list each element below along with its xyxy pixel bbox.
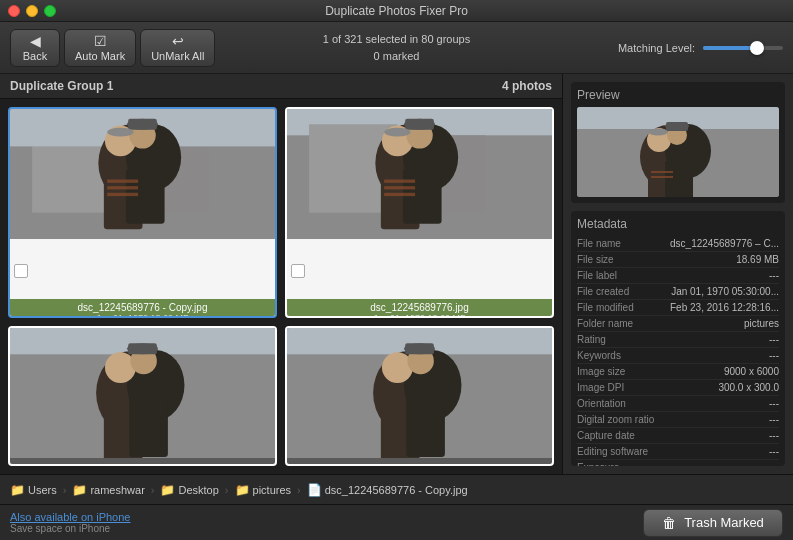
metadata-row: Digital zoom ratio--- bbox=[577, 412, 779, 428]
matching-slider[interactable] bbox=[750, 41, 764, 55]
svg-rect-45 bbox=[129, 396, 168, 457]
close-button[interactable] bbox=[8, 5, 20, 17]
photo-meta-2: Jan 01, 1970 18.69 MB bbox=[293, 313, 546, 318]
back-button[interactable]: ◀ Back bbox=[10, 29, 60, 67]
breadcrumb-sep-3: › bbox=[225, 484, 229, 496]
traffic-lights bbox=[8, 5, 56, 17]
folder-icon-pictures: 📁 bbox=[235, 483, 250, 497]
metadata-row: File namedsc_12245689776 – C... bbox=[577, 236, 779, 252]
photo-label-4 bbox=[287, 458, 552, 464]
metadata-section: Metadata File namedsc_12245689776 – C...… bbox=[571, 211, 785, 466]
maximize-button[interactable] bbox=[44, 5, 56, 17]
preview-image bbox=[577, 107, 779, 197]
meta-key: File label bbox=[577, 270, 667, 281]
svg-rect-70 bbox=[651, 176, 673, 178]
trash-icon: 🗑 bbox=[662, 515, 676, 531]
folder-icon-rameshwar: 📁 bbox=[72, 483, 87, 497]
photo-label-1: dsc_12245689776 - Copy.jpg Jan 01, 1970 … bbox=[10, 299, 275, 318]
save-space-text: Save space on iPhone bbox=[10, 523, 130, 534]
metadata-row: Orientation--- bbox=[577, 396, 779, 412]
meta-key: File size bbox=[577, 254, 667, 265]
toolbar-left: ◀ Back ☑ Auto Mark ↩ UnMark All bbox=[10, 29, 215, 67]
breadcrumb-pictures: 📁 pictures bbox=[235, 483, 292, 497]
checkbox-1[interactable] bbox=[14, 264, 28, 278]
meta-key: Rating bbox=[577, 334, 667, 345]
meta-key: Keywords bbox=[577, 350, 667, 361]
back-icon: ◀ bbox=[30, 33, 41, 49]
matching-slider-track bbox=[703, 46, 783, 50]
white-area-2 bbox=[287, 239, 552, 299]
svg-rect-34 bbox=[384, 193, 415, 196]
meta-value: --- bbox=[667, 430, 779, 441]
metadata-table: File namedsc_12245689776 – C...File size… bbox=[577, 236, 779, 466]
unmark-all-button[interactable]: ↩ UnMark All bbox=[140, 29, 215, 67]
bottom-bar: Also available on iPhone Save space on i… bbox=[0, 504, 793, 540]
matching-level: Matching Level: bbox=[618, 42, 783, 54]
metadata-title: Metadata bbox=[577, 217, 779, 231]
breadcrumb-label-pictures: pictures bbox=[253, 484, 292, 496]
breadcrumb-label-rameshwar: rameshwar bbox=[90, 484, 144, 496]
metadata-row: Folder namepictures bbox=[577, 316, 779, 332]
preview-title: Preview bbox=[577, 88, 779, 102]
meta-value: --- bbox=[667, 334, 779, 345]
svg-rect-33 bbox=[384, 186, 415, 189]
metadata-row: File createdJan 01, 1970 05:30:00... bbox=[577, 284, 779, 300]
photo-card-1[interactable]: dsc_12245689776 - Copy.jpg Jan 01, 1970 … bbox=[8, 107, 277, 318]
svg-rect-54 bbox=[405, 343, 434, 354]
photo-card-4[interactable] bbox=[285, 326, 554, 466]
metadata-row: File label--- bbox=[577, 268, 779, 284]
meta-key: Editing software bbox=[577, 446, 667, 457]
svg-rect-17 bbox=[107, 193, 138, 196]
svg-rect-15 bbox=[107, 180, 138, 183]
folder-icon-desktop: 📁 bbox=[160, 483, 175, 497]
photo-image-4 bbox=[287, 328, 552, 458]
meta-value: dsc_12245689776 – C... bbox=[667, 238, 779, 249]
photo-grid: dsc_12245689776 - Copy.jpg Jan 01, 1970 … bbox=[0, 99, 562, 474]
left-panel: Duplicate Group 1 4 photos bbox=[0, 74, 563, 474]
meta-key: File created bbox=[577, 286, 667, 297]
photo-card-3[interactable] bbox=[8, 326, 277, 466]
trash-btn-label: Trash Marked bbox=[684, 515, 764, 530]
svg-rect-43 bbox=[128, 343, 157, 354]
meta-value: 18.69 MB bbox=[667, 254, 779, 265]
svg-point-66 bbox=[648, 129, 668, 136]
meta-key: Image size bbox=[577, 366, 667, 377]
svg-rect-28 bbox=[405, 119, 434, 130]
svg-rect-31 bbox=[403, 168, 442, 223]
title-bar: Duplicate Photos Fixer Pro bbox=[0, 0, 793, 22]
meta-key: Exposure bbox=[577, 462, 667, 466]
breadcrumb-sep-2: › bbox=[151, 484, 155, 496]
meta-value: 9000 x 6000 bbox=[667, 366, 779, 377]
meta-value: 300.0 x 300.0 bbox=[667, 382, 779, 393]
metadata-row: File size18.69 MB bbox=[577, 252, 779, 268]
iphone-link[interactable]: Also available on iPhone bbox=[10, 511, 130, 523]
breadcrumb-sep-4: › bbox=[297, 484, 301, 496]
file-icon: 📄 bbox=[307, 483, 322, 497]
svg-rect-68 bbox=[665, 161, 693, 197]
svg-rect-16 bbox=[107, 186, 138, 189]
metadata-row: File modifiedFeb 23, 2016 12:28:16... bbox=[577, 300, 779, 316]
svg-rect-69 bbox=[651, 171, 673, 173]
meta-value: pictures bbox=[667, 318, 779, 329]
metadata-row: Image DPI300.0 x 300.0 bbox=[577, 380, 779, 396]
breadcrumb-bar: 📁 Users › 📁 rameshwar › 📁 Desktop › 📁 pi… bbox=[0, 474, 793, 504]
trash-marked-button[interactable]: 🗑 Trash Marked bbox=[643, 509, 783, 537]
meta-key: Image DPI bbox=[577, 382, 667, 393]
window-title: Duplicate Photos Fixer Pro bbox=[325, 4, 468, 18]
meta-value: --- bbox=[667, 462, 779, 466]
iphone-section: Also available on iPhone Save space on i… bbox=[10, 511, 130, 534]
meta-value: Feb 23, 2016 12:28:16... bbox=[667, 302, 779, 313]
meta-key: Capture date bbox=[577, 430, 667, 441]
minimize-button[interactable] bbox=[26, 5, 38, 17]
metadata-row: Keywords--- bbox=[577, 348, 779, 364]
breadcrumb-label-users: Users bbox=[28, 484, 57, 496]
selection-info: 1 of 321 selected in 80 groups 0 marked bbox=[323, 31, 470, 64]
photo-filename-2: dsc_12245689776.jpg bbox=[293, 302, 546, 313]
photo-card-2[interactable]: dsc_12245689776.jpg Jan 01, 1970 18.69 M… bbox=[285, 107, 554, 318]
auto-mark-button[interactable]: ☑ Auto Mark bbox=[64, 29, 136, 67]
checkbox-2[interactable] bbox=[291, 264, 305, 278]
folder-icon-users: 📁 bbox=[10, 483, 25, 497]
metadata-row: Editing software--- bbox=[577, 444, 779, 460]
meta-key: Digital zoom ratio bbox=[577, 414, 667, 425]
unmark-icon: ↩ bbox=[172, 33, 184, 49]
